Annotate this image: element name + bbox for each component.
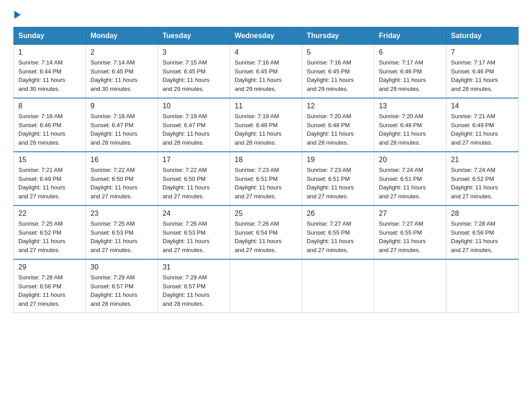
calendar-cell: 27 Sunrise: 7:27 AM Sunset: 6:55 PM Dayl…: [374, 206, 446, 259]
day-info: Sunrise: 7:24 AM Sunset: 6:51 PM Dayligh…: [379, 166, 442, 201]
day-info: Sunrise: 7:18 AM Sunset: 6:46 PM Dayligh…: [18, 112, 81, 147]
day-info: Sunrise: 7:28 AM Sunset: 6:56 PM Dayligh…: [451, 219, 514, 254]
day-number: 4: [235, 48, 297, 56]
calendar-cell: 17 Sunrise: 7:22 AM Sunset: 6:50 PM Dayl…: [158, 152, 230, 206]
day-info: Sunrise: 7:27 AM Sunset: 6:55 PM Dayligh…: [379, 219, 442, 254]
calendar-week-row: 22 Sunrise: 7:25 AM Sunset: 6:52 PM Dayl…: [14, 206, 519, 259]
header-cell-thursday: Thursday: [302, 27, 374, 45]
day-number: 21: [451, 156, 514, 164]
day-info: Sunrise: 7:17 AM Sunset: 6:46 PM Dayligh…: [379, 58, 442, 93]
calendar-cell: [446, 259, 519, 313]
day-number: 12: [307, 102, 369, 110]
day-number: 27: [379, 210, 442, 218]
day-info: Sunrise: 7:23 AM Sunset: 6:51 PM Dayligh…: [235, 166, 297, 201]
calendar-cell: 19 Sunrise: 7:23 AM Sunset: 6:51 PM Dayl…: [302, 152, 374, 206]
calendar-cell: 11 Sunrise: 7:19 AM Sunset: 6:48 PM Dayl…: [230, 98, 302, 152]
calendar-cell: 10 Sunrise: 7:19 AM Sunset: 6:47 PM Dayl…: [158, 98, 230, 152]
calendar-cell: 8 Sunrise: 7:18 AM Sunset: 6:46 PM Dayli…: [14, 98, 86, 152]
header-cell-wednesday: Wednesday: [230, 27, 302, 45]
day-number: 26: [307, 210, 369, 218]
calendar-cell: 24 Sunrise: 7:26 AM Sunset: 6:53 PM Dayl…: [158, 206, 230, 259]
calendar-cell: 7 Sunrise: 7:17 AM Sunset: 6:46 PM Dayli…: [446, 45, 519, 98]
day-info: Sunrise: 7:20 AM Sunset: 6:48 PM Dayligh…: [307, 112, 369, 147]
day-info: Sunrise: 7:25 AM Sunset: 6:52 PM Dayligh…: [18, 219, 81, 254]
day-number: 8: [18, 102, 81, 110]
calendar-cell: 26 Sunrise: 7:27 AM Sunset: 6:55 PM Dayl…: [302, 206, 374, 259]
calendar-cell: 12 Sunrise: 7:20 AM Sunset: 6:48 PM Dayl…: [302, 98, 374, 152]
day-number: 1: [18, 48, 81, 56]
calendar-cell: 4 Sunrise: 7:16 AM Sunset: 6:45 PM Dayli…: [230, 45, 302, 98]
day-number: 3: [163, 48, 225, 56]
day-info: Sunrise: 7:27 AM Sunset: 6:55 PM Dayligh…: [307, 219, 369, 254]
logo: [13, 9, 21, 19]
calendar-cell: 14 Sunrise: 7:21 AM Sunset: 6:49 PM Dayl…: [446, 98, 519, 152]
day-info: Sunrise: 7:28 AM Sunset: 6:56 PM Dayligh…: [18, 273, 81, 308]
day-number: 5: [307, 48, 369, 56]
day-info: Sunrise: 7:14 AM Sunset: 6:45 PM Dayligh…: [90, 58, 153, 93]
day-number: 29: [18, 263, 81, 271]
day-number: 19: [307, 156, 369, 164]
day-number: 7: [451, 48, 514, 56]
calendar-cell: 9 Sunrise: 7:18 AM Sunset: 6:47 PM Dayli…: [86, 98, 158, 152]
day-number: 11: [235, 102, 297, 110]
day-number: 10: [163, 102, 225, 110]
calendar-cell: 22 Sunrise: 7:25 AM Sunset: 6:52 PM Dayl…: [14, 206, 86, 259]
calendar-cell: 25 Sunrise: 7:26 AM Sunset: 6:54 PM Dayl…: [230, 206, 302, 259]
day-number: 17: [163, 156, 225, 164]
day-info: Sunrise: 7:24 AM Sunset: 6:52 PM Dayligh…: [451, 166, 514, 201]
calendar-cell: 20 Sunrise: 7:24 AM Sunset: 6:51 PM Dayl…: [374, 152, 446, 206]
calendar-cell: [230, 259, 302, 313]
header-cell-friday: Friday: [374, 27, 446, 45]
calendar-cell: 31 Sunrise: 7:29 AM Sunset: 6:57 PM Dayl…: [158, 259, 230, 313]
day-info: Sunrise: 7:14 AM Sunset: 6:44 PM Dayligh…: [18, 58, 81, 93]
calendar-cell: 2 Sunrise: 7:14 AM Sunset: 6:45 PM Dayli…: [86, 45, 158, 98]
calendar-cell: 15 Sunrise: 7:21 AM Sunset: 6:49 PM Dayl…: [14, 152, 86, 206]
day-info: Sunrise: 7:23 AM Sunset: 6:51 PM Dayligh…: [307, 166, 369, 201]
day-info: Sunrise: 7:22 AM Sunset: 6:50 PM Dayligh…: [90, 166, 153, 201]
calendar-cell: 5 Sunrise: 7:16 AM Sunset: 6:45 PM Dayli…: [302, 45, 374, 98]
header-cell-tuesday: Tuesday: [158, 27, 230, 45]
calendar-cell: [374, 259, 446, 313]
header: [13, 9, 519, 19]
calendar-week-row: 15 Sunrise: 7:21 AM Sunset: 6:49 PM Dayl…: [14, 152, 519, 206]
calendar-header-row: SundayMondayTuesdayWednesdayThursdayFrid…: [14, 27, 519, 45]
day-info: Sunrise: 7:22 AM Sunset: 6:50 PM Dayligh…: [163, 166, 225, 201]
calendar-week-row: 29 Sunrise: 7:28 AM Sunset: 6:56 PM Dayl…: [14, 259, 519, 313]
calendar-week-row: 8 Sunrise: 7:18 AM Sunset: 6:46 PM Dayli…: [14, 98, 519, 152]
calendar-cell: 6 Sunrise: 7:17 AM Sunset: 6:46 PM Dayli…: [374, 45, 446, 98]
logo-arrow-icon: [14, 11, 21, 19]
calendar-cell: 29 Sunrise: 7:28 AM Sunset: 6:56 PM Dayl…: [14, 259, 86, 313]
header-cell-saturday: Saturday: [446, 27, 519, 45]
day-info: Sunrise: 7:21 AM Sunset: 6:49 PM Dayligh…: [18, 166, 81, 201]
day-number: 28: [451, 210, 514, 218]
day-number: 14: [451, 102, 514, 110]
day-info: Sunrise: 7:29 AM Sunset: 6:57 PM Dayligh…: [163, 273, 225, 308]
header-cell-monday: Monday: [86, 27, 158, 45]
day-number: 16: [90, 156, 153, 164]
calendar-cell: 28 Sunrise: 7:28 AM Sunset: 6:56 PM Dayl…: [446, 206, 519, 259]
day-info: Sunrise: 7:21 AM Sunset: 6:49 PM Dayligh…: [451, 112, 514, 147]
calendar-table: SundayMondayTuesdayWednesdayThursdayFrid…: [13, 27, 519, 313]
day-number: 24: [163, 210, 225, 218]
calendar-cell: 13 Sunrise: 7:20 AM Sunset: 6:48 PM Dayl…: [374, 98, 446, 152]
day-info: Sunrise: 7:19 AM Sunset: 6:48 PM Dayligh…: [235, 112, 297, 147]
calendar-cell: 18 Sunrise: 7:23 AM Sunset: 6:51 PM Dayl…: [230, 152, 302, 206]
day-number: 6: [379, 48, 442, 56]
calendar-cell: 21 Sunrise: 7:24 AM Sunset: 6:52 PM Dayl…: [446, 152, 519, 206]
day-number: 15: [18, 156, 81, 164]
day-info: Sunrise: 7:17 AM Sunset: 6:46 PM Dayligh…: [451, 58, 514, 93]
day-number: 25: [235, 210, 297, 218]
header-cell-sunday: Sunday: [14, 27, 86, 45]
day-number: 23: [90, 210, 153, 218]
day-info: Sunrise: 7:29 AM Sunset: 6:57 PM Dayligh…: [90, 273, 153, 308]
day-number: 13: [379, 102, 442, 110]
day-info: Sunrise: 7:18 AM Sunset: 6:47 PM Dayligh…: [90, 112, 153, 147]
calendar-cell: 3 Sunrise: 7:15 AM Sunset: 6:45 PM Dayli…: [158, 45, 230, 98]
calendar-cell: 16 Sunrise: 7:22 AM Sunset: 6:50 PM Dayl…: [86, 152, 158, 206]
day-info: Sunrise: 7:26 AM Sunset: 6:54 PM Dayligh…: [235, 219, 297, 254]
calendar-cell: 23 Sunrise: 7:25 AM Sunset: 6:53 PM Dayl…: [86, 206, 158, 259]
calendar-week-row: 1 Sunrise: 7:14 AM Sunset: 6:44 PM Dayli…: [14, 45, 519, 98]
day-number: 22: [18, 210, 81, 218]
day-number: 2: [90, 48, 153, 56]
day-number: 31: [163, 263, 225, 271]
